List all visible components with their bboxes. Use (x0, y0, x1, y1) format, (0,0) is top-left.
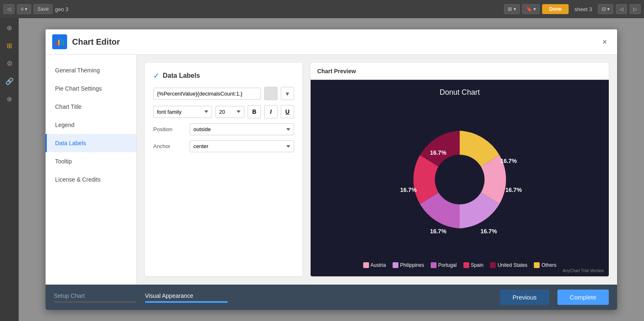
complete-button[interactable]: Complete (557, 290, 609, 305)
legend-spain: Spain (463, 262, 484, 268)
dialog-footer: Setup Chart Visual Appearance Previous C… (46, 285, 617, 310)
step1-container: Setup Chart (54, 292, 137, 303)
anchor-select[interactable]: center (190, 140, 294, 152)
check-icon: ✓ (153, 71, 159, 80)
layout-btn[interactable]: ⊟ ▾ (598, 4, 613, 14)
legend-label-philippines: Philippines (400, 262, 424, 268)
underline-button[interactable]: U (281, 105, 294, 118)
legend-austria: Austria (363, 262, 386, 268)
nav-tooltip[interactable]: Tooltip (46, 152, 136, 170)
step2-container: Visual Appearance (145, 292, 228, 303)
chart-title: Donut Chart (439, 88, 480, 97)
puzzle-icon[interactable]: ⚙ (4, 57, 15, 70)
chart-editor-dialog: Chart Editor × General Theming Pie Chart… (46, 29, 617, 310)
legend-dot-others (534, 262, 540, 268)
display-btn[interactable]: ⊞ ▾ (504, 4, 519, 14)
bookmark-btn[interactable]: 🔖 ▾ (522, 4, 540, 14)
step2-progress (145, 301, 228, 303)
dialog-title: Chart Editor (72, 37, 594, 47)
chart-preview: Chart Preview Donut Chart (311, 63, 609, 276)
sheet-name: sheet 3 (574, 6, 592, 12)
nav-license-credits[interactable]: License & Credits (46, 170, 136, 189)
chart-canvas: Donut Chart (311, 80, 609, 276)
chart-icon (52, 34, 67, 49)
top-toolbar: ◁ ≡ ▾ Save geo 3 ⊞ ▾ 🔖 ▾ Done sheet 3 ⊟ … (0, 0, 644, 18)
label-bottom-left: 16.7% (430, 228, 446, 235)
home-icon[interactable]: ⊕ (4, 22, 14, 34)
label-right: 16.7% (505, 187, 522, 193)
legend-others: Others (534, 262, 556, 268)
format-row: ▾ (153, 87, 294, 100)
legend-dot-austria (363, 262, 369, 268)
svg-rect-3 (63, 41, 64, 46)
font-row: font family 20 B I U (153, 105, 294, 118)
italic-button[interactable]: I (264, 105, 277, 118)
position-select[interactable]: outside (190, 123, 294, 135)
anychart-credit: AnyChart Trial Version (563, 268, 604, 273)
content-area: ✓ Data Labels ▾ font family (137, 55, 617, 285)
position-label: Position (153, 126, 186, 132)
bold-button[interactable]: B (248, 105, 261, 118)
nav-pie-chart-settings[interactable]: Pie Chart Settings (46, 79, 136, 98)
font-family-select[interactable]: font family (153, 106, 212, 118)
step1-label: Setup Chart (54, 292, 85, 299)
settings-panel: ✓ Data Labels ▾ font family (145, 63, 302, 276)
left-sidebar: ⊕ ⊞ ⚙ 🔗 ⊕ (0, 18, 19, 321)
grid-icon[interactable]: ⊞ (4, 39, 14, 52)
svg-rect-2 (60, 38, 62, 46)
label-top-left: 16.7% (430, 149, 446, 156)
chart-legend: Austria Philippines Portugal (363, 262, 557, 268)
prev-sheet-btn[interactable]: ◁ (616, 4, 627, 14)
legend-portugal: Portugal (431, 262, 457, 268)
label-top-right: 16.7% (500, 158, 517, 164)
done-button[interactable]: Done (542, 4, 569, 14)
legend-label-others: Others (541, 262, 556, 268)
legend-dot-spain (463, 262, 469, 268)
legend-label-portugal: Portugal (438, 262, 457, 268)
layers-icon[interactable]: ⊕ (4, 93, 14, 105)
position-row: Position outside (153, 123, 294, 135)
close-button[interactable]: × (599, 36, 610, 48)
nav-back-btn[interactable]: ◁ (3, 4, 14, 14)
chart-preview-title: Chart Preview (311, 63, 609, 80)
section-title: Data Labels (163, 72, 200, 79)
font-size-select[interactable]: 20 (215, 106, 244, 118)
section-header: ✓ Data Labels (153, 71, 294, 80)
nav-general-theming[interactable]: General Theming (46, 61, 136, 79)
label-left: 16.7% (400, 187, 417, 193)
nav-panel: General Theming Pie Chart Settings Chart… (46, 55, 137, 285)
nav-data-labels[interactable]: Data Labels (46, 134, 136, 152)
donut-chart-container: 16.7% 16.7% 16.7% 16.7% 16.7% 16.7% (377, 105, 543, 256)
nav-legend[interactable]: Legend (46, 116, 136, 134)
save-button[interactable]: Save (34, 4, 52, 14)
anchor-label: Anchor (153, 143, 186, 149)
nav-chart-title[interactable]: Chart Title (46, 98, 136, 116)
link-icon[interactable]: 🔗 (3, 75, 16, 88)
format-input[interactable] (153, 88, 261, 100)
legend-label-spain: Spain (471, 262, 484, 268)
dialog-body: General Theming Pie Chart Settings Chart… (46, 55, 617, 285)
svg-rect-0 (55, 41, 57, 46)
svg-rect-1 (58, 40, 60, 46)
legend-dot-philippines (393, 262, 398, 268)
svg-point-4 (435, 155, 485, 204)
next-sheet-btn[interactable]: ▷ (630, 4, 641, 14)
color-swatch[interactable] (264, 87, 277, 100)
label-bottom-right: 16.7% (480, 228, 497, 235)
legend-label-united-states: United States (497, 262, 527, 268)
view-toggle-btn[interactable]: ≡ ▾ (17, 4, 31, 14)
legend-label-austria: Austria (371, 262, 386, 268)
dialog-header: Chart Editor × (46, 29, 617, 55)
previous-button[interactable]: Previous (500, 290, 549, 305)
step2-label: Visual Appearance (145, 292, 193, 299)
step1-progress (54, 301, 137, 303)
modal-overlay: Chart Editor × General Theming Pie Chart… (19, 18, 644, 321)
file-name: geo 3 (55, 6, 69, 12)
format-dropdown-btn[interactable]: ▾ (281, 87, 294, 100)
legend-philippines: Philippines (393, 262, 424, 268)
donut-chart-svg: 16.7% 16.7% 16.7% 16.7% 16.7% 16.7% (377, 105, 543, 254)
legend-united-states: United States (490, 262, 527, 268)
legend-dot-portugal (431, 262, 437, 268)
legend-dot-united-states (490, 262, 496, 268)
anchor-row: Anchor center (153, 140, 294, 152)
